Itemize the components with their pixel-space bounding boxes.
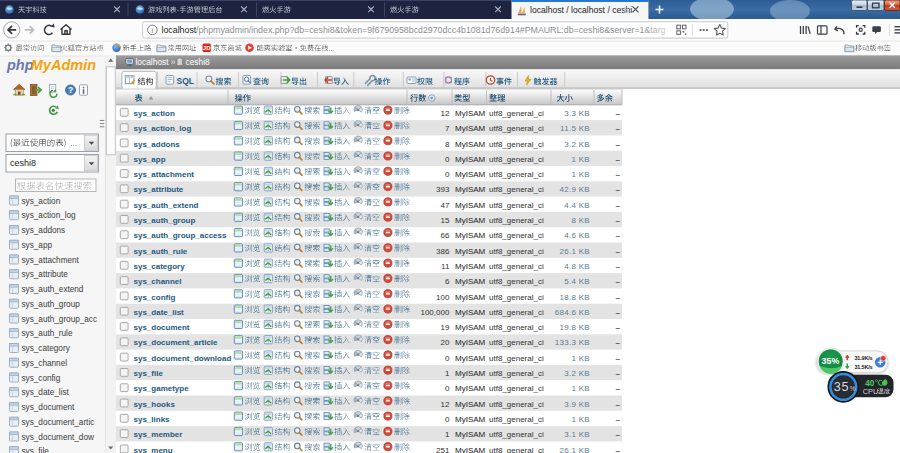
svg-text:localhost: localhost <box>136 57 170 67</box>
svg-text:3.1 KB: 3.1 KB <box>564 430 590 439</box>
svg-text:sys_auth_extend: sys_auth_extend <box>22 285 84 294</box>
svg-text:sys_attachment: sys_attachment <box>134 170 195 179</box>
svg-text:utf8_general_ci: utf8_general_ci <box>489 262 544 271</box>
svg-text:MyISAM: MyISAM <box>455 415 486 424</box>
svg-text:19.8 KB: 19.8 KB <box>559 323 590 332</box>
svg-text:4.8 KB: 4.8 KB <box>564 262 590 271</box>
svg-text:12: 12 <box>440 109 449 118</box>
svg-text:JD: JD <box>203 45 211 51</box>
svg-text:ceshi8: ceshi8 <box>10 158 36 168</box>
svg-text:8 KB: 8 KB <box>571 216 590 225</box>
svg-text:26.1 KB: 26.1 KB <box>559 446 590 453</box>
svg-text:MyISAM: MyISAM <box>455 185 486 194</box>
svg-text:sys_file: sys_file <box>22 447 50 453</box>
svg-text:sys_document_download: sys_document_download <box>134 354 232 363</box>
svg-text:19: 19 <box>440 323 449 332</box>
svg-text:–: – <box>616 216 621 225</box>
svg-text:100,000: 100,000 <box>420 308 449 317</box>
svg-text:sys_auth_group: sys_auth_group <box>134 216 196 225</box>
svg-text:sys_auth_rule: sys_auth_rule <box>134 247 188 256</box>
svg-text:SQL: SQL <box>177 76 194 86</box>
svg-text:7: 7 <box>445 124 450 133</box>
svg-text:4.6 KB: 4.6 KB <box>564 231 590 240</box>
svg-text:utf8_general_ci: utf8_general_ci <box>489 216 544 225</box>
svg-text:sys_addons: sys_addons <box>134 140 181 149</box>
svg-text:66: 66 <box>440 231 449 240</box>
svg-text:8: 8 <box>624 5 629 15</box>
svg-text:–: – <box>616 354 621 363</box>
svg-text:sys_document: sys_document <box>134 323 190 332</box>
svg-text:MyISAM: MyISAM <box>455 170 486 179</box>
svg-text:–: – <box>616 400 621 409</box>
svg-text:ceshi8: ceshi8 <box>186 57 211 67</box>
svg-text:MyISAM: MyISAM <box>455 155 486 164</box>
svg-text:1 KB: 1 KB <box>571 354 590 363</box>
svg-text:sys_auth_group_access: sys_auth_group_access <box>134 231 227 240</box>
svg-text:MyISAM: MyISAM <box>455 384 486 393</box>
svg-text:sys_document_artic: sys_document_artic <box>22 418 95 427</box>
svg-text:0: 0 <box>445 354 450 363</box>
svg-text:42.9 KB: 42.9 KB <box>559 185 590 194</box>
svg-text:utf8_general_ci: utf8_general_ci <box>489 308 544 317</box>
svg-text:utf8_general_ci: utf8_general_ci <box>489 369 544 378</box>
svg-text:31.5K/s: 31.5K/s <box>855 364 873 370</box>
svg-text:MyISAM: MyISAM <box>455 338 486 347</box>
svg-text:sys_document_article: sys_document_article <box>134 338 219 347</box>
svg-text:6: 6 <box>445 277 450 286</box>
svg-text:sys_attribute: sys_attribute <box>134 185 184 194</box>
svg-text:3.2 KB: 3.2 KB <box>564 140 590 149</box>
svg-text:12: 12 <box>440 400 449 409</box>
svg-text:1 KB: 1 KB <box>571 170 590 179</box>
svg-text:utf8_general_ci: utf8_general_ci <box>489 170 544 179</box>
svg-text:sys_gametype: sys_gametype <box>134 384 190 393</box>
svg-text:–: – <box>616 446 621 453</box>
svg-text:–: – <box>616 170 621 179</box>
svg-text:MyISAM: MyISAM <box>455 400 486 409</box>
svg-text:MyISAM: MyISAM <box>455 109 486 118</box>
svg-text:sys_category: sys_category <box>134 262 186 271</box>
svg-text:utf8_general_ci: utf8_general_ci <box>489 323 544 332</box>
svg-text:CPU: CPU <box>863 387 879 396</box>
svg-text:–: – <box>616 338 621 347</box>
svg-text:4.4 KB: 4.4 KB <box>564 201 590 210</box>
svg-text:sys_date_list: sys_date_list <box>22 388 70 397</box>
svg-text:utf8_general_ci: utf8_general_ci <box>489 109 544 118</box>
svg-text:–: – <box>616 109 621 118</box>
svg-text:sys_action_log: sys_action_log <box>22 211 77 220</box>
svg-text:sys_auth_rule: sys_auth_rule <box>22 329 73 338</box>
svg-text:MyISAM: MyISAM <box>455 262 486 271</box>
svg-text:sys_category: sys_category <box>22 344 71 353</box>
svg-text:–: – <box>616 430 621 439</box>
svg-text:sys_document: sys_document <box>22 403 76 412</box>
svg-text:utf8_general_ci: utf8_general_ci <box>489 400 544 409</box>
svg-text:utf8_general_ci: utf8_general_ci <box>489 446 544 453</box>
svg-text:11.5 KB: 11.5 KB <box>560 124 590 133</box>
svg-text:MyISAM: MyISAM <box>455 277 486 286</box>
svg-text:386: 386 <box>436 247 450 256</box>
svg-text:utf8_general_ci: utf8_general_ci <box>489 338 544 347</box>
svg-text:20: 20 <box>440 338 449 347</box>
svg-text:–: – <box>616 155 621 164</box>
svg-text:1: 1 <box>445 369 450 378</box>
svg-text:35: 35 <box>834 380 850 394</box>
svg-text:0: 0 <box>445 155 450 164</box>
svg-text:–: – <box>616 415 621 424</box>
svg-text:–: – <box>616 277 621 286</box>
svg-text:sys_hooks: sys_hooks <box>134 400 176 409</box>
svg-text:18.8 KB: 18.8 KB <box>559 293 590 302</box>
svg-text:utf8_general_ci: utf8_general_ci <box>489 415 544 424</box>
svg-text:sys_menu: sys_menu <box>134 446 173 453</box>
svg-text:sys_date_list: sys_date_list <box>134 308 185 317</box>
svg-text:utf8_general_ci: utf8_general_ci <box>489 247 544 256</box>
svg-text:251: 251 <box>436 446 450 453</box>
svg-text:–: – <box>616 308 621 317</box>
svg-text:localhost: localhost <box>162 25 197 35</box>
svg-text:8: 8 <box>445 140 450 149</box>
svg-text:1: 1 <box>445 430 450 439</box>
svg-text:0: 0 <box>445 384 450 393</box>
svg-text:sys_auth_extend: sys_auth_extend <box>134 201 199 210</box>
svg-text:0: 0 <box>445 170 450 179</box>
svg-text:utf8_general_ci: utf8_general_ci <box>489 430 544 439</box>
svg-text:–: – <box>616 384 621 393</box>
svg-text:1 KB: 1 KB <box>571 384 590 393</box>
